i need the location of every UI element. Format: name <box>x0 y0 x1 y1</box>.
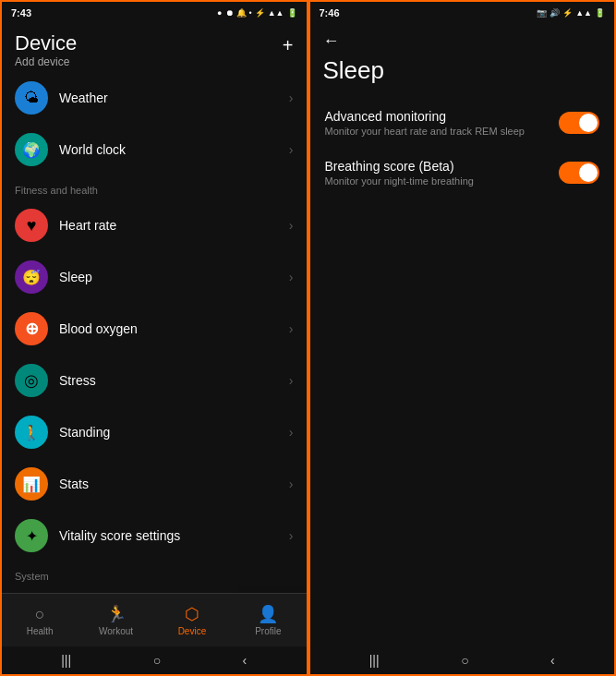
sleep-header: ← Sleep <box>310 24 615 89</box>
toggle-knob <box>579 114 598 132</box>
back-arrow-button[interactable]: ← <box>323 31 602 51</box>
dot-icon: • <box>249 8 252 18</box>
right-home-button[interactable]: ○ <box>461 653 468 668</box>
health-nav-label: Health <box>27 626 54 636</box>
blood-oxygen-label: Blood oxygen <box>59 321 289 336</box>
left-header: Device Add device + <box>2 24 307 72</box>
breathing-score-text: Breathing score (Beta) Monitor your nigh… <box>325 159 560 187</box>
battery-icon: 🔋 <box>287 8 297 18</box>
chevron-icon: › <box>289 321 294 336</box>
right-back-button[interactable]: ‹ <box>550 653 555 668</box>
world-clock-label: World clock <box>59 142 289 157</box>
stats-label: Stats <box>59 477 289 491</box>
right-phone: 7:46 📷 🔊 ⚡ ▲▲ 🔋 ← Sleep Advanced monitor… <box>308 0 617 676</box>
chevron-icon: › <box>289 373 294 388</box>
heart-rate-icon: ♥ <box>15 209 48 242</box>
nav-workout[interactable]: 🏃 Workout <box>78 594 153 646</box>
advanced-monitoring-title: Advanced monitoring <box>325 109 560 124</box>
workout-nav-label: Workout <box>99 626 133 636</box>
chevron-icon: › <box>289 142 294 157</box>
recent-apps-button[interactable]: ||| <box>61 653 71 668</box>
cam-icon: 📷 <box>537 8 547 18</box>
profile-nav-label: Profile <box>255 626 281 636</box>
menu-item-weather[interactable]: 🌤 Weather › <box>2 72 307 124</box>
device-title: Device <box>15 31 77 55</box>
sleep-label: Sleep <box>59 270 289 284</box>
device-menu-list: 🌤 Weather › 🌍 World clock › Fitness and … <box>2 72 307 593</box>
left-android-nav: ||| ○ ‹ <box>2 646 307 674</box>
fitness-section-label: Fitness and health <box>2 175 307 199</box>
left-phone: 7:43 ● ⏺ 🔔 • ⚡ ▲▲ 🔋 Device Add device + <box>0 0 308 676</box>
left-status-bar: 7:43 ● ⏺ 🔔 • ⚡ ▲▲ 🔋 <box>2 2 307 24</box>
weather-icon: 🌤 <box>15 81 48 115</box>
notification-dot-icon: ● <box>217 8 222 18</box>
stats-icon: 📊 <box>15 467 48 501</box>
add-device-button[interactable]: + <box>283 35 294 56</box>
right-status-icons: 📷 🔊 ⚡ ▲▲ 🔋 <box>537 8 605 18</box>
menu-item-heart-rate[interactable]: ♥ Heart rate › <box>2 199 307 251</box>
bluetooth2-icon: ⚡ <box>562 8 573 18</box>
advanced-monitoring-toggle[interactable] <box>559 112 599 134</box>
standing-label: Standing <box>59 425 289 440</box>
left-status-icons: ● ⏺ 🔔 • ⚡ ▲▲ 🔋 <box>217 8 296 18</box>
standing-icon: 🚶 <box>15 416 48 449</box>
sound-icon: 🔊 <box>550 8 560 18</box>
advanced-monitoring-desc: Monitor your heart rate and track REM sl… <box>325 126 560 137</box>
menu-item-stress[interactable]: ◎ Stress › <box>2 355 307 406</box>
menu-item-vitality-score[interactable]: ✦ Vitality score settings › <box>2 510 307 561</box>
device-nav-label: Device <box>178 626 207 636</box>
system-section-label: System <box>2 561 307 585</box>
breathing-score-desc: Monitor your night-time breathing <box>325 175 560 187</box>
advanced-monitoring-text: Advanced monitoring Monitor your heart r… <box>325 109 560 137</box>
record-icon: ⏺ <box>225 8 234 18</box>
stress-label: Stress <box>59 373 289 388</box>
bottom-navigation: ○ Health 🏃 Workout ⬡ Device 👤 Profile <box>2 593 307 646</box>
chevron-icon: › <box>289 477 294 491</box>
menu-item-stats[interactable]: 📊 Stats › <box>2 458 307 510</box>
right-time: 7:46 <box>320 7 340 18</box>
signal2-icon: ▲▲ <box>575 8 592 18</box>
back-button[interactable]: ‹ <box>243 653 248 668</box>
signal-icon: ▲▲ <box>268 8 284 18</box>
toggle-knob-2 <box>579 163 598 182</box>
battery2-icon: 🔋 <box>595 8 605 18</box>
blood-oxygen-icon: ⊕ <box>15 312 48 345</box>
device-nav-icon: ⬡ <box>185 604 199 624</box>
chevron-icon: › <box>289 218 294 233</box>
health-nav-icon: ○ <box>35 605 45 624</box>
bluetooth-icon: ⚡ <box>255 8 265 18</box>
menu-item-blood-oxygen[interactable]: ⊕ Blood oxygen › <box>2 303 307 355</box>
menu-item-world-clock[interactable]: 🌍 World clock › <box>2 124 307 175</box>
stress-icon: ◎ <box>15 364 48 397</box>
menu-item-system-partial[interactable]: ⚙ <box>2 585 307 593</box>
home-button[interactable]: ○ <box>153 653 161 668</box>
menu-item-standing[interactable]: 🚶 Standing › <box>2 406 307 458</box>
nav-health[interactable]: ○ Health <box>2 594 78 646</box>
vitality-score-icon: ✦ <box>15 519 48 552</box>
chevron-icon: › <box>289 91 294 105</box>
sleep-settings-list: Advanced monitoring Monitor your heart r… <box>310 89 615 646</box>
nav-device[interactable]: ⬡ Device <box>154 594 230 646</box>
workout-nav-icon: 🏃 <box>106 604 127 624</box>
breathing-score-item: Breathing score (Beta) Monitor your nigh… <box>310 148 615 198</box>
nav-profile[interactable]: 👤 Profile <box>230 594 306 646</box>
sleep-title: Sleep <box>323 56 602 85</box>
breathing-score-title: Breathing score (Beta) <box>325 159 560 174</box>
chevron-icon: › <box>289 270 294 284</box>
heart-rate-label: Heart rate <box>59 218 289 233</box>
sleep-icon: 😴 <box>15 260 48 294</box>
chevron-icon: › <box>289 425 294 440</box>
add-device-subtitle: Add device <box>15 55 77 68</box>
left-time: 7:43 <box>11 7 31 18</box>
breathing-score-toggle[interactable] <box>559 162 599 184</box>
chevron-icon: › <box>289 528 294 543</box>
profile-nav-icon: 👤 <box>258 604 278 624</box>
world-clock-icon: 🌍 <box>15 133 48 166</box>
vitality-score-label: Vitality score settings <box>59 528 289 543</box>
bell-icon: 🔔 <box>236 8 247 18</box>
right-android-nav: ||| ○ ‹ <box>310 646 615 674</box>
advanced-monitoring-item: Advanced monitoring Monitor your heart r… <box>310 98 615 148</box>
right-recent-apps-button[interactable]: ||| <box>369 653 380 668</box>
right-status-bar: 7:46 📷 🔊 ⚡ ▲▲ 🔋 <box>310 2 615 24</box>
menu-item-sleep[interactable]: 😴 Sleep › <box>2 251 307 303</box>
